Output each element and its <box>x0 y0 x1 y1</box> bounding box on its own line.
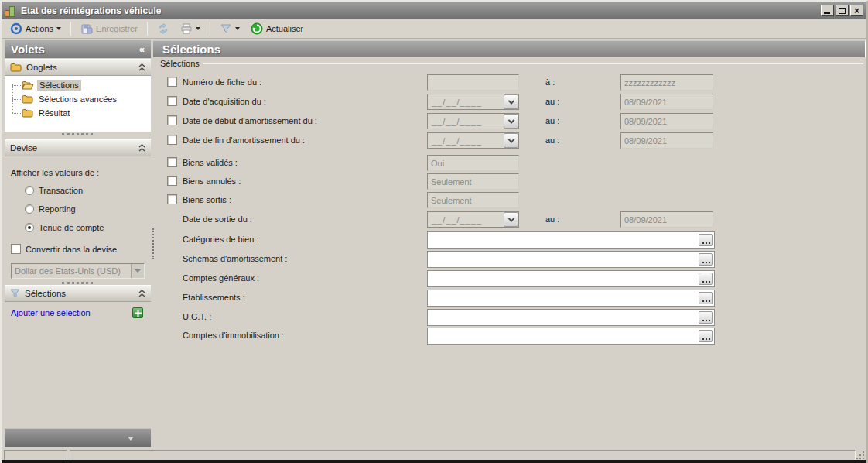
dropdown-button[interactable] <box>504 133 518 148</box>
biens-valides-input[interactable]: Oui <box>427 155 519 171</box>
refresh-circle-icon <box>251 22 263 35</box>
onglets-section-title: Onglets <box>26 63 134 72</box>
schemas-amortissement-input[interactable] <box>427 251 715 268</box>
date-mask: __/__/____ <box>428 136 504 146</box>
ellipsis-button[interactable] <box>699 330 713 342</box>
chevron-up-icon[interactable] <box>138 63 145 71</box>
print-button[interactable] <box>176 21 204 36</box>
biens-annules-input[interactable]: Seulement <box>427 173 519 190</box>
actualiser-button[interactable]: Actualiser <box>247 21 307 36</box>
date-from-combo[interactable]: __/__/____ <box>427 211 519 228</box>
dropdown-button[interactable] <box>131 264 144 278</box>
range-to-label: au : <box>545 116 559 125</box>
ellipsis-button[interactable] <box>699 253 713 266</box>
convert-currency-checkbox[interactable]: Convertir dans la devise <box>11 244 117 254</box>
row-label: Date de fin d'amortissement du : <box>183 135 305 145</box>
window-title: Etat des réintégrations véhicule <box>21 5 819 16</box>
onglets-section-header[interactable]: Onglets <box>5 59 151 76</box>
row-checkbox[interactable] <box>167 194 177 204</box>
row-checkbox[interactable] <box>167 77 177 87</box>
values-of-label: Afficher les valeurs de : <box>11 168 99 177</box>
filter-button[interactable] <box>216 21 244 36</box>
ellipsis-button[interactable] <box>699 311 713 324</box>
minimize-icon <box>824 12 830 14</box>
row-label: Date d'acquisition du : <box>183 97 266 106</box>
comptes-generaux-input[interactable] <box>427 270 715 287</box>
date-to-input[interactable]: 08/09/2021 <box>620 94 713 110</box>
radio-reporting[interactable]: Reporting <box>25 204 76 214</box>
selections-section-header[interactable]: Sélections <box>5 285 151 302</box>
collapsed-panel-bar[interactable] <box>5 428 151 447</box>
dropdown-button[interactable] <box>504 114 518 129</box>
devise-section-header[interactable]: Devise <box>5 139 151 156</box>
tree-item-label: Résultat <box>36 108 72 118</box>
ellipsis-button[interactable] <box>699 273 713 285</box>
row-checkbox[interactable] <box>167 157 177 167</box>
add-selection-button[interactable] <box>132 307 143 318</box>
date-from-combo[interactable]: __/__/____ <box>427 132 519 149</box>
radio-label: Reporting <box>39 204 76 214</box>
resize-grip[interactable] <box>856 451 864 459</box>
devise-section-title: Devise <box>10 143 134 153</box>
row-label: Comptes généraux : <box>183 273 259 283</box>
dropdown-button[interactable] <box>504 94 518 109</box>
close-button[interactable]: × <box>850 5 863 16</box>
tree-item-resultat[interactable]: Résultat <box>22 107 72 119</box>
toolbar: Actions Enregistrer <box>2 19 866 39</box>
filter-row-categories-bien: Catégories de bien : <box>153 232 866 247</box>
comptes-immobilisation-input[interactable] <box>427 328 715 345</box>
etablissements-input[interactable] <box>427 290 715 307</box>
row-label: Biens sortis : <box>183 195 231 204</box>
row-checkbox[interactable] <box>167 176 177 186</box>
splitter-handle[interactable] <box>62 133 93 135</box>
radio-tenue-de-compte[interactable]: Tenue de compte <box>25 223 104 232</box>
filter-funnel-icon <box>220 22 232 35</box>
add-selection-link[interactable]: Ajouter une sélection <box>11 308 91 317</box>
row-label: Numéro de fiche du : <box>183 77 261 87</box>
filter-row-date-debut-amortissement: Date de début d'amortissement du : __/__… <box>153 113 866 129</box>
ugt-input[interactable] <box>427 309 715 326</box>
filter-row-comptes-generaux: Comptes généraux : <box>153 270 866 286</box>
fiche-from-input[interactable] <box>427 74 519 91</box>
export-button[interactable] <box>153 21 173 36</box>
checkbox-label: Convertir dans la devise <box>26 245 117 254</box>
field-value: 08/09/2021 <box>621 136 667 146</box>
radio-transaction[interactable]: Transaction <box>25 186 83 195</box>
date-from-combo[interactable]: __/__/____ <box>427 113 519 129</box>
selections-groupbox: Sélections <box>160 59 863 68</box>
currency-select[interactable]: Dollar des Etats-Unis (USD) <box>11 263 145 279</box>
chevron-down-icon <box>128 437 134 441</box>
row-checkbox[interactable] <box>167 135 177 145</box>
chevron-down-icon <box>196 27 200 30</box>
field-value: zzzzzzzzzzzz <box>621 78 675 87</box>
date-to-input[interactable]: 08/09/2021 <box>620 113 713 129</box>
categories-bien-input[interactable] <box>427 232 715 249</box>
maximize-button[interactable] <box>836 5 849 16</box>
row-checkbox[interactable] <box>167 96 177 106</box>
range-to-label: au : <box>545 214 559 224</box>
radio-checked-icon <box>25 223 34 232</box>
date-to-input[interactable]: 08/09/2021 <box>620 211 713 228</box>
fiche-to-input[interactable]: zzzzzzzzzzzz <box>620 74 713 91</box>
actions-button[interactable]: Actions <box>6 21 65 36</box>
splitter-handle[interactable] <box>62 282 93 284</box>
selections-section-title: Sélections <box>25 289 134 298</box>
save-icon <box>80 22 93 35</box>
biens-sortis-input[interactable]: Seulement <box>427 192 519 208</box>
save-button[interactable]: Enregistrer <box>77 21 142 36</box>
minimize-button[interactable] <box>821 5 834 16</box>
dropdown-button[interactable] <box>504 212 518 227</box>
ellipsis-button[interactable] <box>699 292 713 304</box>
date-from-combo[interactable]: __/__/____ <box>427 94 519 110</box>
ellipsis-button[interactable] <box>699 234 713 246</box>
chevron-up-icon[interactable] <box>138 290 145 297</box>
date-to-input[interactable]: 08/09/2021 <box>620 132 713 149</box>
tree-item-selections[interactable]: Sélections <box>22 79 81 91</box>
chevron-up-icon[interactable] <box>138 144 145 152</box>
sidebar-title: Volets <box>11 43 139 56</box>
row-checkbox[interactable] <box>167 115 177 125</box>
actions-label: Actions <box>26 24 53 33</box>
collapse-panel-icon[interactable]: « <box>139 43 145 55</box>
app-window: Etat des réintégrations véhicule × Actio… <box>0 0 868 463</box>
tree-item-selections-avancees[interactable]: Sélections avancées <box>22 93 119 105</box>
